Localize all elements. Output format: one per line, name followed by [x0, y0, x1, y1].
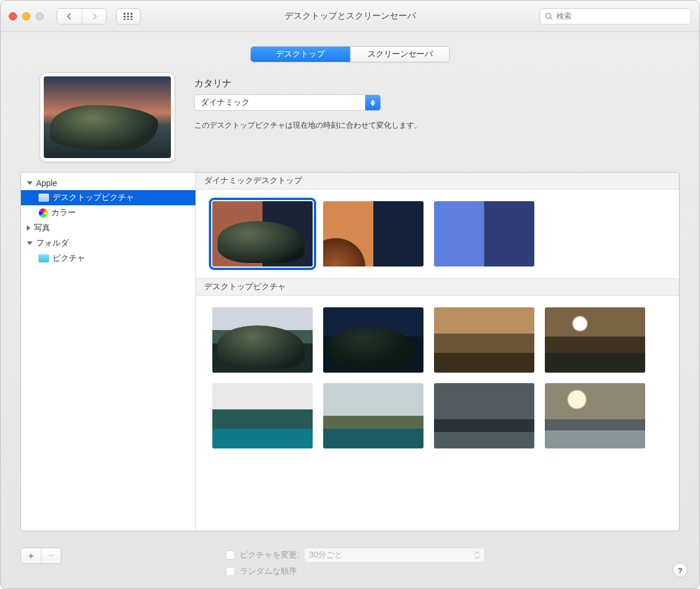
footer: ＋ − ピクチャを変更: 30分ごと ランダムな順序 [20, 548, 680, 577]
titlebar: デスクトップとスクリーンセーバ [1, 1, 699, 32]
random-order-label: ランダムな順序 [240, 566, 297, 577]
sidebar-group-folders[interactable]: フォルダ [21, 236, 195, 251]
thumbnail-catalina-night[interactable] [323, 307, 424, 373]
thumbnail-catalina-dynamic[interactable] [212, 201, 313, 267]
source-sidebar: Apple デスクトップピクチャ カラー 写真 フォルダ [21, 173, 196, 531]
disclosure-triangle-icon [27, 225, 30, 231]
display-mode-description: このデスクトップピクチャは現在地の時刻に合わせて変化します。 [194, 120, 680, 131]
section-header-dynamic: ダイナミックデスクトップ [196, 173, 679, 190]
thumbnail-catalina-rock[interactable] [434, 307, 534, 373]
search-input[interactable] [556, 12, 686, 20]
remove-folder-button[interactable]: − [41, 548, 61, 563]
rotation-options: ピクチャを変更: 30分ごと ランダムな順序 [226, 548, 485, 577]
thumbnail-catalina-day[interactable] [212, 307, 313, 373]
content: デスクトップ スクリーンセーバ カタリナ ダイナミック このデスクトップピクチャ… [1, 32, 699, 588]
prefpane-window: デスクトップとスクリーンセーバ デスクトップ スクリーンセーバ カタリナ ダイナ… [0, 0, 700, 589]
change-interval-value: 30分ごと [309, 550, 343, 560]
sidebar-item-desktop-pictures[interactable]: デスクトップピクチャ [21, 190, 195, 205]
svg-rect-1 [127, 13, 129, 15]
disclosure-triangle-icon [27, 241, 33, 245]
display-mode-value: ダイナミック [195, 97, 365, 108]
section-header-pictures: デスクトップピクチャ [196, 278, 679, 296]
svg-rect-3 [124, 16, 125, 17]
browser: Apple デスクトップピクチャ カラー 写真 フォルダ [20, 172, 680, 531]
svg-rect-7 [127, 19, 129, 20]
sidebar-label: デスクトップピクチャ [52, 192, 134, 203]
folder-icon [38, 254, 49, 262]
forward-button[interactable] [82, 9, 106, 24]
svg-rect-6 [124, 19, 125, 20]
add-folder-button[interactable]: ＋ [21, 548, 41, 563]
folder-icon [38, 194, 49, 202]
thumbnail-catalina-clouds[interactable] [545, 383, 645, 448]
thumbnail-catalina-sunset[interactable] [545, 307, 645, 373]
sidebar-label: フォルダ [36, 238, 69, 248]
thumbnail-catalina-shoreline[interactable] [323, 383, 424, 448]
sidebar-label: ピクチャ [52, 253, 85, 264]
close-button[interactable] [9, 12, 17, 20]
svg-rect-2 [131, 13, 132, 15]
svg-rect-4 [127, 16, 129, 17]
disclosure-triangle-icon [27, 181, 33, 185]
nav-back-forward [57, 8, 107, 24]
thumbnail-catalina-coast[interactable] [212, 383, 313, 448]
wallpaper-gallery[interactable]: ダイナミックデスクトップ デスクトップピクチャ [196, 173, 679, 531]
back-button[interactable] [57, 9, 82, 24]
search-icon [545, 12, 553, 20]
random-order-checkbox[interactable] [226, 567, 235, 576]
svg-rect-5 [131, 16, 132, 17]
current-selection-panel: カタリナ ダイナミック このデスクトップピクチャは現在地の時刻に合わせて変化しま… [20, 73, 680, 162]
current-wallpaper-preview [40, 73, 174, 162]
show-all-button[interactable] [116, 8, 141, 24]
dropdown-stepper-icon [475, 552, 480, 559]
sidebar-label: カラー [51, 208, 76, 218]
sidebar-group-apple[interactable]: Apple [21, 176, 195, 190]
change-interval-dropdown: 30分ごと [304, 548, 485, 563]
thumbnail-catalina-evening[interactable] [434, 383, 534, 448]
sidebar-label: Apple [36, 178, 57, 188]
tab-desktop[interactable]: デスクトップ [251, 47, 350, 62]
tab-screensaver[interactable]: スクリーンセーバ [350, 47, 449, 62]
search-field[interactable] [540, 8, 691, 24]
thumbnail-solar-gradients[interactable] [434, 201, 534, 267]
dropdown-stepper-icon [365, 95, 380, 110]
zoom-button-disabled [36, 12, 44, 20]
svg-rect-0 [124, 13, 125, 15]
change-picture-checkbox[interactable] [226, 551, 235, 560]
change-picture-label: ピクチャを変更: [240, 550, 299, 560]
svg-rect-8 [131, 19, 132, 20]
wallpaper-name: カタリナ [194, 78, 680, 90]
window-controls [9, 12, 44, 20]
help-button[interactable]: ? [673, 563, 688, 578]
tab-bar: デスクトップ スクリーンセーバ [20, 46, 680, 62]
thumbnail-mojave-dynamic[interactable] [323, 201, 424, 267]
minimize-button[interactable] [22, 12, 30, 20]
sidebar-group-photos[interactable]: 写真 [21, 220, 195, 236]
sidebar-item-colors[interactable]: カラー [21, 205, 195, 220]
svg-line-10 [551, 18, 552, 20]
svg-point-9 [546, 13, 551, 18]
display-mode-dropdown[interactable]: ダイナミック [194, 94, 381, 111]
source-add-remove: ＋ − [20, 548, 61, 564]
sidebar-item-pictures-folder[interactable]: ピクチャ [21, 251, 195, 266]
sidebar-label: 写真 [34, 223, 50, 233]
color-wheel-icon [38, 208, 48, 218]
